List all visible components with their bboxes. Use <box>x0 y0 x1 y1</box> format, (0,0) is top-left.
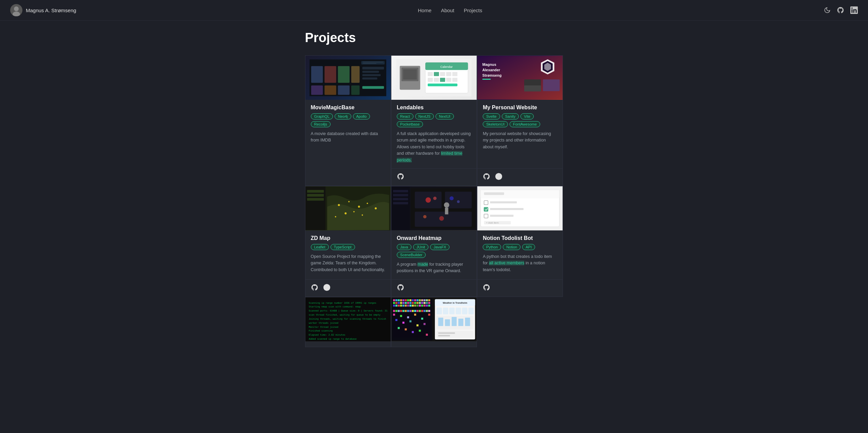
tag-java: Java <box>397 244 411 250</box>
svg-rect-30 <box>446 72 451 76</box>
svg-rect-153 <box>412 304 414 306</box>
svg-rect-131 <box>398 302 400 304</box>
svg-rect-134 <box>405 302 407 304</box>
svg-point-83 <box>439 216 444 221</box>
svg-rect-212 <box>438 335 450 336</box>
svg-rect-10 <box>351 66 360 83</box>
svg-rect-177 <box>428 310 430 312</box>
svg-point-60 <box>367 203 368 204</box>
svg-rect-27 <box>428 72 433 76</box>
project-image-weather: Weather in Trondheim <box>391 297 477 341</box>
svg-rect-136 <box>409 302 411 304</box>
svg-rect-185 <box>395 319 397 321</box>
svg-rect-92 <box>484 207 488 211</box>
globe-icon-zdmap <box>323 284 331 291</box>
nav-left: Magnus A. Strømseng <box>10 4 76 16</box>
nav-owner-name: Magnus A. Strømseng <box>26 7 76 13</box>
svg-point-81 <box>457 200 460 203</box>
project-desc-heatmap: A program made for tracking player posit… <box>397 261 471 275</box>
nav-projects-link[interactable]: Projects <box>464 7 482 13</box>
svg-rect-132 <box>400 302 402 304</box>
svg-point-82 <box>423 215 426 219</box>
project-image-website: Magnus Alexander Strømseng <box>477 56 563 100</box>
project-tags-zdmap: Leaflet TypeScript <box>311 244 385 250</box>
project-links-website <box>477 168 563 180</box>
github-link-notion[interactable] <box>483 284 490 291</box>
svg-rect-182 <box>414 314 416 316</box>
project-content-zdmap: ZD Map Leaflet TypeScript Open Source Pr… <box>305 230 391 275</box>
svg-rect-206 <box>445 319 450 326</box>
svg-rect-159 <box>426 304 428 306</box>
svg-rect-201 <box>456 307 461 314</box>
svg-rect-89 <box>484 192 504 195</box>
nav-home-link[interactable]: Home <box>418 7 431 13</box>
svg-rect-7 <box>311 66 323 83</box>
svg-rect-37 <box>428 83 457 86</box>
svg-rect-128 <box>428 299 430 301</box>
nav-about-link[interactable]: About <box>441 7 454 13</box>
svg-rect-161 <box>393 307 431 309</box>
github-link-website[interactable] <box>483 173 490 180</box>
svg-rect-13 <box>338 86 350 95</box>
svg-rect-141 <box>421 302 423 304</box>
svg-rect-207 <box>451 317 457 326</box>
svg-rect-178 <box>393 313 431 338</box>
svg-point-79 <box>433 196 437 200</box>
svg-rect-124 <box>419 299 421 301</box>
svg-text:Scanning ip range number 1036 : Scanning ip range number 1036 of 19991 i… <box>308 301 376 304</box>
tag-scenebuilder: SceneBuilder <box>397 252 426 258</box>
globe-link-website[interactable] <box>495 173 502 180</box>
svg-rect-43 <box>482 79 491 80</box>
svg-rect-144 <box>428 302 430 304</box>
tag-python: Python <box>483 244 501 250</box>
svg-text:Scanned ports: 63488 | Queue s: Scanned ports: 63488 | Queue size: 0 | S… <box>308 309 387 312</box>
svg-rect-34 <box>440 78 445 82</box>
svg-text:Weather in Trondheim: Weather in Trondheim <box>443 301 467 304</box>
github-link-zdmap[interactable] <box>311 284 318 291</box>
project-desc-movie: A movie database created with data from … <box>311 131 385 180</box>
github-link-heatmap[interactable] <box>397 284 404 291</box>
svg-rect-126 <box>423 299 425 301</box>
svg-rect-156 <box>419 304 421 306</box>
tag-vite: Vite <box>520 113 534 119</box>
svg-rect-6 <box>363 63 376 64</box>
globe-link-zdmap[interactable] <box>323 284 331 291</box>
svg-rect-137 <box>412 302 414 304</box>
github-nav-button[interactable] <box>837 6 844 14</box>
svg-rect-53 <box>305 187 325 230</box>
project-image-movie <box>305 56 391 100</box>
svg-rect-8 <box>324 66 336 83</box>
tag-react: React <box>397 113 413 119</box>
svg-rect-114 <box>395 299 397 301</box>
tag-neo4j: Neo4j <box>335 113 351 119</box>
dark-mode-toggle[interactable] <box>824 7 831 14</box>
svg-point-63 <box>344 212 347 214</box>
svg-rect-140 <box>419 302 421 304</box>
svg-rect-118 <box>405 299 407 301</box>
svg-rect-135 <box>407 302 409 304</box>
svg-rect-198 <box>437 307 442 314</box>
svg-rect-166 <box>402 310 404 312</box>
svg-text:Joining threads, waiting for s: Joining threads, waiting for scanning th… <box>308 318 386 320</box>
svg-rect-18 <box>362 77 377 79</box>
project-tags-notion: Python Notion API <box>483 244 557 250</box>
svg-rect-97 <box>490 215 514 217</box>
tag-sanity: Sanity <box>502 113 519 119</box>
svg-point-59 <box>358 206 360 208</box>
notion-image-visual: + Add item <box>477 186 563 230</box>
svg-rect-171 <box>414 310 416 312</box>
svg-rect-192 <box>412 331 414 333</box>
svg-rect-189 <box>423 323 425 325</box>
svg-point-84 <box>444 202 449 208</box>
svg-rect-208 <box>458 319 463 326</box>
svg-rect-145 <box>393 304 395 306</box>
page-title: Projects <box>305 31 563 45</box>
svg-rect-14 <box>351 86 360 95</box>
svg-rect-147 <box>398 304 400 306</box>
linkedin-nav-button[interactable] <box>850 6 858 14</box>
svg-rect-167 <box>405 310 407 312</box>
tag-graphql: GraphQL <box>311 113 333 119</box>
website-image-visual: Magnus Alexander Strømseng <box>477 56 563 100</box>
github-link-lendables[interactable] <box>397 173 404 180</box>
project-title-lendables: Lendables <box>397 105 471 111</box>
